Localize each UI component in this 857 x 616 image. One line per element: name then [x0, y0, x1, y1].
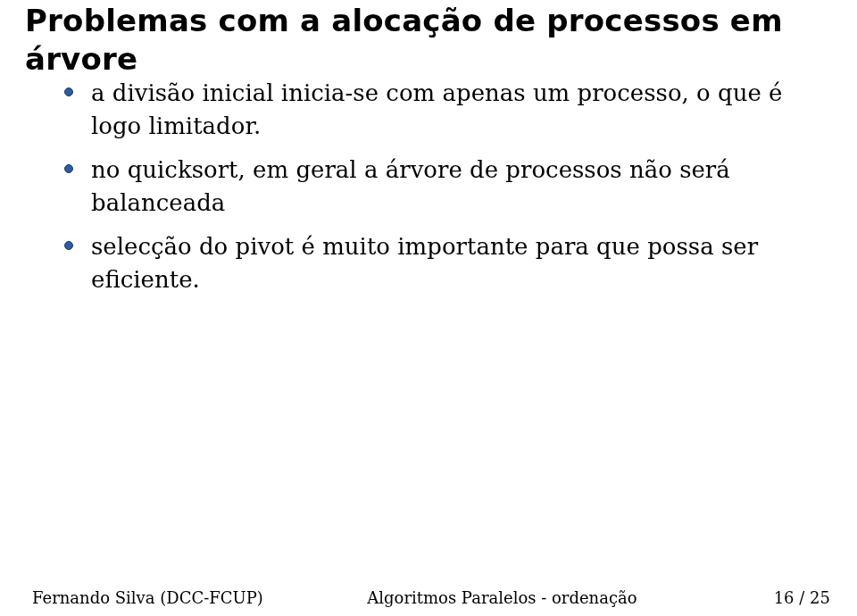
footer-subject: Algoritmos Paralelos - ordenação: [263, 588, 741, 607]
list-item-text: selecção do pivot é muito importante par…: [91, 233, 758, 293]
bullet-icon: [64, 241, 73, 250]
slide-title: Problemas com a alocação de processos em…: [25, 2, 832, 78]
list-item: no quicksort, em geral a árvore de proce…: [64, 154, 814, 220]
slide-footer: Fernando Silva (DCC-FCUP) Algoritmos Par…: [0, 588, 857, 607]
list-item-text: no quicksort, em geral a árvore de proce…: [91, 156, 730, 216]
footer-page: 16 / 25: [741, 588, 830, 607]
list-item-text: a divisão inicial inicia-se com apenas u…: [91, 79, 782, 139]
slide: Problemas com a alocação de processos em…: [0, 0, 857, 616]
bullet-icon: [64, 164, 73, 173]
bullet-icon: [64, 87, 73, 96]
footer-author: Fernando Silva (DCC-FCUP): [32, 588, 263, 607]
list-item: selecção do pivot é muito importante par…: [64, 230, 814, 296]
list-item: a divisão inicial inicia-se com apenas u…: [64, 77, 814, 143]
slide-body: a divisão inicial inicia-se com apenas u…: [64, 77, 814, 306]
